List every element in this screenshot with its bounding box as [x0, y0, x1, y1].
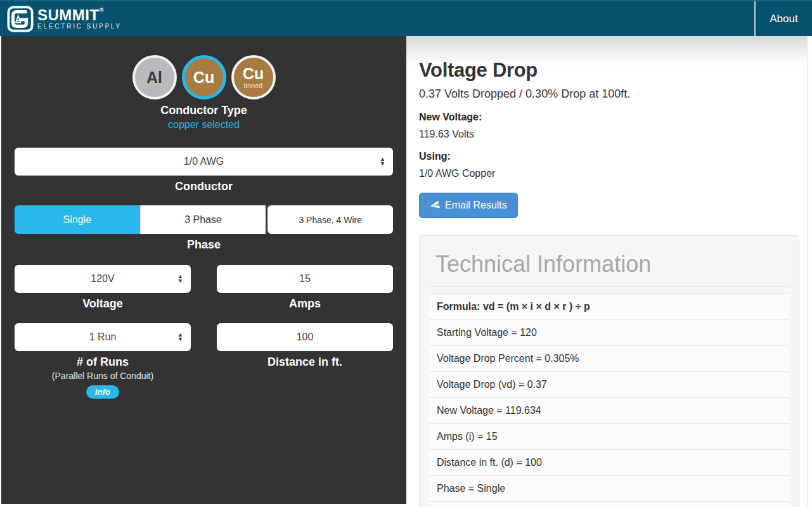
email-results-button[interactable]: Email Results: [419, 193, 518, 218]
brand-name: SUMMIT®: [37, 8, 122, 23]
conductor-selected-status: copper selected: [15, 119, 393, 131]
using-label: Using:: [419, 151, 799, 162]
app-header: SUMMIT® ELECTRIC SUPPLY About: [0, 0, 812, 36]
paper-plane-icon: [429, 200, 441, 212]
distance-input[interactable]: [217, 323, 393, 351]
about-link[interactable]: About: [754, 1, 812, 36]
tech-info-row: Phase = Single: [429, 475, 789, 501]
runs-info-button[interactable]: info: [86, 385, 119, 399]
voltage-select[interactable]: 120V ▲▼: [15, 265, 191, 293]
conductor-type-copper-button[interactable]: Cu: [182, 55, 226, 99]
conductor-type-label: Conductor Type: [15, 104, 393, 117]
results-panel: Voltage Drop 0.37 Volts Dropped / 0.30% …: [406, 36, 812, 507]
using-value: 1/0 AWG Copper: [419, 168, 799, 179]
technical-information-panel: Technical Information Formula: vd = (m ×…: [419, 235, 799, 507]
calculator-panel: Al Cu Cu tinned Conductor Type copper se…: [1, 36, 406, 504]
tech-info-row: Starting Voltage = 120: [429, 319, 789, 345]
runs-label: # of Runs: [15, 356, 191, 369]
conductor-type-copper-tinned-button[interactable]: Cu tinned: [231, 55, 276, 99]
technical-information-title: Technical Information: [429, 251, 789, 287]
result-summary: 0.37 Volts Dropped / 0.30% Drop at 100ft…: [419, 87, 799, 101]
technical-information-rows: Formula: vd = (m × i × d × r ) ÷ p Start…: [429, 293, 789, 507]
phase-3phase-4wire-button[interactable]: 3 Phase, 4 Wire: [267, 205, 393, 234]
tech-info-row: Distance in ft. (d) = 100: [429, 449, 789, 475]
distance-label: Distance in ft.: [217, 356, 393, 369]
tech-info-row: Voltage Drop (vd) = 0.37: [429, 371, 789, 397]
formula-row: Formula: vd = (m × i × d × r ) ÷ p: [429, 293, 789, 319]
chevron-up-down-icon: ▲▼: [177, 274, 183, 283]
new-voltage-label: New Voltage:: [419, 112, 799, 123]
tech-info-row: Amps (i) = 15: [429, 423, 789, 449]
brand-tagline: ELECTRIC SUPPLY: [37, 23, 122, 30]
conductor-label: Conductor: [15, 180, 393, 193]
conductor-select[interactable]: 1/0 AWG ▲▼: [15, 148, 393, 176]
tech-info-row: Phase Multiplier Factor (m) = 2: [429, 501, 789, 507]
runs-select[interactable]: 1 Run ▲▼: [15, 323, 191, 351]
phase-button-group: Single 3 Phase 3 Phase, 4 Wire: [15, 205, 393, 234]
tech-info-row: New Voltage = 119.634: [429, 397, 789, 423]
conductor-type-aluminum-button[interactable]: Al: [132, 55, 177, 99]
phase-label: Phase: [15, 238, 393, 252]
voltage-label: Voltage: [15, 297, 191, 311]
brand-logo[interactable]: SUMMIT® ELECTRIC SUPPLY: [7, 6, 122, 32]
amps-label: Amps: [217, 297, 393, 311]
amps-input[interactable]: [217, 265, 393, 293]
conductor-type-group: Al Cu Cu tinned: [15, 55, 393, 99]
page-title: Voltage Drop: [419, 59, 799, 82]
tech-info-row: Voltage Drop Percent = 0.305%: [429, 345, 789, 371]
runs-sublabel: (Parallel Runs of Conduit): [15, 371, 191, 381]
summit-logo-icon: [7, 6, 34, 32]
new-voltage-value: 119.63 Volts: [419, 129, 799, 140]
chevron-up-down-icon: ▲▼: [380, 157, 385, 166]
chevron-up-down-icon: ▲▼: [177, 333, 183, 342]
phase-3phase-button[interactable]: 3 Phase: [140, 205, 266, 234]
registered-mark: ®: [100, 7, 104, 13]
phase-single-button[interactable]: Single: [15, 205, 140, 234]
scrollbar-track[interactable]: [807, 36, 812, 507]
